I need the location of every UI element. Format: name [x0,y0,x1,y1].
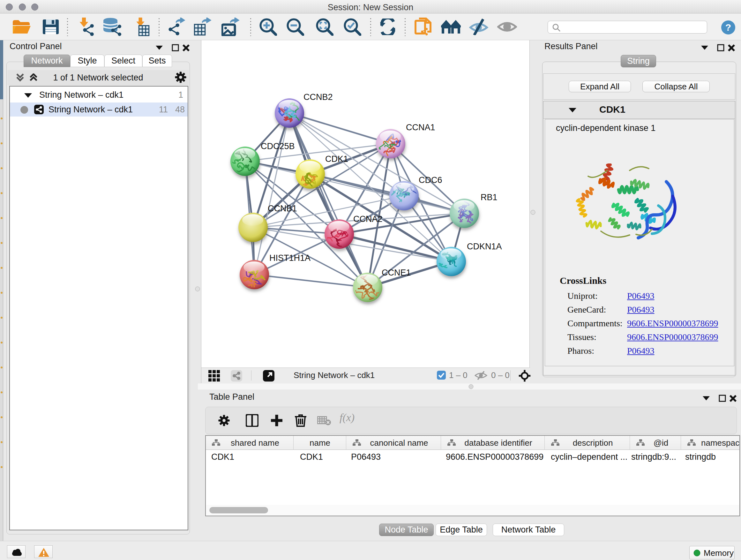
svg-text:CDK1: CDK1 [325,154,348,164]
svg-text:CCNB1: CCNB1 [268,204,297,213]
svg-text:CDKN1A: CDKN1A [467,242,502,251]
svg-text:HIST1H1A: HIST1H1A [269,253,311,263]
svg-text:?: ? [725,22,731,33]
svg-text:CDC6: CDC6 [419,175,442,185]
svg-text:CDC25B: CDC25B [261,141,295,151]
svg-text:CCNA2: CCNA2 [353,214,383,224]
svg-text:CCNA1: CCNA1 [406,123,435,132]
svg-text:CCNB2: CCNB2 [304,92,333,102]
svg-text:CCNE1: CCNE1 [382,268,411,277]
svg-text:RB1: RB1 [481,192,497,202]
